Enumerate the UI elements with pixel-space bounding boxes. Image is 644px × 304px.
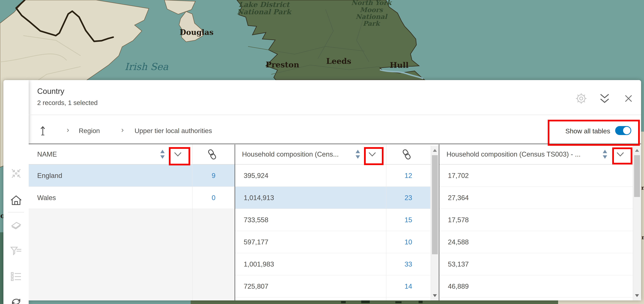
table-row[interactable]: Wales0 [29, 187, 234, 209]
column-header-label: NAME [37, 150, 57, 158]
table-row[interactable]: England9 [29, 165, 234, 187]
row-link-count[interactable]: 12 [386, 165, 430, 186]
breadcrumb-item-current: Upper tier local authorities [134, 127, 212, 135]
annotation-box-right-chevron [612, 147, 632, 164]
link-icon[interactable] [208, 149, 217, 160]
column-header-name[interactable]: NAME [29, 144, 234, 165]
right-table-scrollbar[interactable] [633, 146, 641, 301]
row-link-count[interactable]: 10 [386, 231, 430, 253]
field-list-icon[interactable] [4, 270, 29, 284]
column-divider [386, 144, 386, 301]
row-value: 395,924 [235, 165, 386, 186]
arcgis-table-view: { "map": { "sea_color": "#73a19b", "land… [0, 0, 644, 304]
table-row[interactable]: 395,92412 [235, 165, 430, 187]
map-label-hull: Hull [390, 60, 409, 70]
table-row[interactable]: 17,578 [439, 209, 633, 231]
table-name: England9Wales0 [29, 165, 234, 301]
sort-icon[interactable] [602, 149, 608, 160]
column-divider [192, 144, 192, 301]
table-actions-sidebar [4, 80, 29, 304]
table-row[interactable]: 53,137 [439, 253, 633, 275]
table-household-composition: 395,924121,014,91323733,55815597,177101,… [235, 165, 430, 301]
scroll-down-icon[interactable] [433, 294, 437, 297]
map-label-park2-line4: Park [363, 20, 380, 27]
sidebar-divider [8, 212, 24, 213]
tag-icon[interactable] [4, 218, 29, 232]
map-label-fragment-r: r [642, 234, 644, 241]
map-label-park2-line2: Moors [360, 6, 384, 14]
refresh-icon[interactable] [4, 295, 29, 304]
breadcrumb-separator: › [67, 125, 69, 134]
table-divider [439, 144, 439, 301]
row-value: 733,558 [235, 209, 386, 231]
scroll-down-icon[interactable] [635, 294, 639, 297]
breadcrumb-root-icon[interactable] [38, 125, 47, 138]
bottom-strip-land [191, 300, 558, 304]
table-empty-area [235, 298, 430, 301]
home-icon[interactable] [4, 193, 29, 207]
table-divider [234, 144, 235, 301]
row-value: 1,014,913 [235, 187, 386, 209]
table-row[interactable]: 17,702 [439, 165, 633, 187]
table-row[interactable]: 725,80714 [235, 275, 430, 298]
collapse-double-chevron-icon[interactable] [598, 92, 611, 105]
table-row[interactable]: 27,364 [439, 187, 633, 209]
left-strip-land [0, 232, 4, 304]
row-value: 725,807 [235, 275, 386, 297]
row-link-count[interactable]: 0 [192, 187, 234, 209]
map-label-park1-line1: Lake District [238, 0, 290, 9]
annotation-box-name-chevron [169, 147, 190, 165]
map-label-leeds: Leeds [326, 56, 351, 66]
table-row[interactable]: 597,17710 [235, 231, 430, 253]
column-header-label: Household composition (Census TS003) - .… [446, 150, 580, 158]
table-household-composition-ts003: 17,70227,36417,57824,58853,13746,889 [439, 165, 633, 301]
scroll-up-icon[interactable] [433, 149, 437, 152]
annotation-box-show-all-tables [548, 120, 640, 146]
row-value: 1,001,983 [235, 253, 386, 275]
sort-icon[interactable] [159, 149, 166, 160]
map-label-park2-line1: North York [351, 0, 392, 6]
map-label-park1-line2: National Park [237, 8, 292, 16]
row-link-count[interactable]: 15 [386, 209, 430, 231]
bottom-strip-shore [558, 300, 644, 304]
header-divider [29, 115, 641, 115]
scrollbar-thumb[interactable] [634, 155, 640, 197]
row-value: 17,702 [439, 165, 633, 186]
table-empty-area [439, 298, 633, 301]
table-row[interactable]: 46,889 [439, 275, 633, 298]
row-value: 24,588 [439, 231, 633, 253]
map-label-fragment-n: n [641, 184, 644, 191]
table-row[interactable]: 1,001,98333 [235, 253, 430, 275]
row-value: 597,177 [235, 231, 386, 253]
record-count-summary: 2 records, 1 selected [37, 99, 98, 107]
map-label-douglas: Douglas [180, 28, 214, 36]
middle-table-scrollbar[interactable] [431, 146, 439, 301]
row-link-count[interactable]: 33 [386, 253, 430, 275]
row-value: 27,364 [439, 187, 633, 209]
gear-icon[interactable] [575, 92, 588, 105]
table-row[interactable]: 733,55815 [235, 209, 430, 231]
row-value: Wales [29, 187, 192, 209]
table-row[interactable]: 24,588 [439, 231, 633, 253]
map-label-park2-line3: National [356, 13, 388, 20]
table-row[interactable]: 1,014,91323 [235, 187, 430, 209]
row-value: 46,889 [439, 275, 633, 297]
filter-icon[interactable] [4, 244, 29, 258]
row-value: 53,137 [439, 253, 633, 275]
zoom-to-selection-icon[interactable] [4, 166, 29, 180]
link-icon[interactable] [402, 149, 411, 160]
scrollbar-thumb[interactable] [432, 155, 438, 254]
scroll-up-icon[interactable] [635, 149, 639, 152]
sort-icon[interactable] [355, 149, 361, 160]
row-link-count[interactable]: 14 [386, 275, 430, 297]
column-header-right[interactable]: Household composition (Census TS003) - .… [439, 144, 641, 165]
map-label-irish-sea: Irish Sea [125, 61, 168, 72]
row-link-count[interactable]: 9 [192, 165, 234, 186]
panel-title: Country [37, 87, 64, 96]
annotation-box-middle-chevron [364, 147, 384, 165]
row-link-count[interactable]: 23 [386, 187, 430, 209]
row-value: England [29, 165, 192, 186]
breadcrumb-item-region[interactable]: Region [79, 127, 100, 135]
close-icon[interactable] [622, 92, 635, 105]
map-label-preston: Preston [266, 60, 299, 69]
